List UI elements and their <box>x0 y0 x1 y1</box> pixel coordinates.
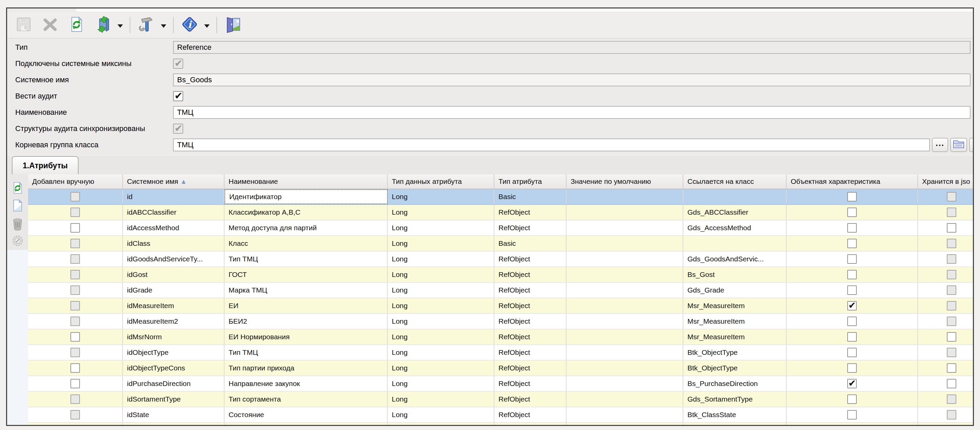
default-value-cell[interactable] <box>566 189 683 204</box>
object-characteristic-checkbox[interactable] <box>847 207 857 217</box>
default-value-cell[interactable] <box>566 283 683 298</box>
ref-class-cell[interactable] <box>683 236 787 251</box>
system-name-cell[interactable]: idABCClassifier <box>123 205 224 220</box>
system-name-cell[interactable]: idState <box>123 407 224 422</box>
system-name-cell[interactable] <box>123 423 224 425</box>
ref-class-cell[interactable]: Msr_MeasureItem <box>683 314 787 329</box>
default-value-cell[interactable] <box>566 314 683 329</box>
caption-cell[interactable]: Тип сортамента <box>224 392 388 407</box>
default-value-cell[interactable] <box>566 252 683 266</box>
column-header[interactable]: Добавлен вручную <box>28 174 123 189</box>
object-characteristic-checkbox[interactable] <box>847 223 857 233</box>
audit-checkbox[interactable] <box>173 91 183 101</box>
table-row[interactable]: idMsrNormЕИ НормированияLongRefObjectMsr… <box>28 330 973 345</box>
data-type-cell[interactable]: Long <box>388 330 495 344</box>
caption-field[interactable]: ТМЦ <box>173 106 970 119</box>
grid-refresh-button[interactable] <box>10 182 25 195</box>
system-name-cell[interactable]: idMeasureItem2 <box>123 314 224 329</box>
system-name-cell[interactable]: idObjectTypeCons <box>123 361 224 376</box>
system-name-cell[interactable]: idMeasureItem <box>123 298 224 313</box>
attr-type-cell[interactable]: Basic <box>495 189 566 204</box>
added-manually-checkbox[interactable] <box>70 223 80 233</box>
system-name-cell[interactable]: idPurchaseDirection <box>123 376 224 391</box>
info-dropdown-caret-icon[interactable] <box>204 24 210 28</box>
stored-in-json-checkbox[interactable] <box>947 332 956 342</box>
ref-class-cell[interactable]: Btk_ClassState <box>683 407 787 422</box>
data-type-cell[interactable]: Long <box>388 376 495 391</box>
default-value-cell[interactable] <box>566 361 683 376</box>
object-characteristic-checkbox[interactable] <box>847 363 857 373</box>
stored-in-json-checkbox[interactable] <box>947 363 956 373</box>
object-characteristic-checkbox[interactable] <box>847 192 857 201</box>
tools-dropdown-caret-icon[interactable] <box>161 24 166 28</box>
grid-delete-row-button[interactable] <box>10 218 25 231</box>
ref-class-cell[interactable]: Msr_MeasureItem <box>683 298 787 313</box>
table-row[interactable]: idABCClassifierКлассификатор A,B,CLongRe… <box>28 205 973 220</box>
table-row[interactable]: idObjectTypeТип ТМЦLongRefObjectBtk_Obje… <box>28 345 973 361</box>
system-name-cell[interactable]: idClass <box>123 236 224 251</box>
column-header[interactable]: Значение по умолчанию <box>566 174 683 189</box>
data-type-cell[interactable] <box>388 423 495 425</box>
ref-class-cell[interactable]: Msr_MeasureItem <box>683 330 787 344</box>
object-characteristic-checkbox[interactable] <box>847 395 857 404</box>
data-type-cell[interactable]: Long <box>388 314 495 329</box>
ref-class-cell[interactable]: Gds_SortamentType <box>683 392 787 407</box>
attr-type-cell[interactable]: RefObject <box>495 361 566 376</box>
tab-attributes[interactable]: 1.Атрибуты <box>12 156 79 174</box>
caption-cell[interactable]: БЕИ2 <box>224 314 388 329</box>
data-type-cell[interactable]: Long <box>388 298 495 313</box>
cancel-button[interactable] <box>41 16 59 34</box>
ref-class-cell[interactable]: Btk_ObjectType <box>683 345 787 360</box>
exit-button[interactable] <box>224 16 242 34</box>
object-characteristic-checkbox[interactable] <box>847 317 857 326</box>
column-header[interactable]: Тип атрибута <box>495 174 566 189</box>
object-characteristic-checkbox[interactable] <box>847 285 857 295</box>
ref-class-cell[interactable]: Gds_ABCClassifier <box>683 205 787 220</box>
caption-cell[interactable]: Идентификатор <box>224 189 388 204</box>
info-button[interactable]: i <box>180 16 199 34</box>
table-row[interactable]: idGradeМарка ТМЦLongRefObjectGds_Grade <box>28 283 973 298</box>
object-characteristic-checkbox[interactable] <box>847 270 857 279</box>
refresh-button[interactable] <box>67 16 86 34</box>
table-row[interactable]: idPurchaseDirectionНаправление закупокLo… <box>28 376 973 392</box>
table-row[interactable]: idGostГОСТLongRefObjectBs_Gost <box>28 267 973 283</box>
object-characteristic-checkbox[interactable] <box>847 348 857 357</box>
data-type-cell[interactable]: Long <box>388 220 495 235</box>
default-value-cell[interactable] <box>566 220 683 235</box>
caption-cell[interactable]: ГОСТ <box>224 267 388 282</box>
table-row[interactable]: idSortamentTypeТип сортаментаLongRefObje… <box>28 392 973 407</box>
object-characteristic-checkbox[interactable] <box>847 379 857 389</box>
data-type-cell[interactable]: Long <box>388 189 495 204</box>
default-value-cell[interactable] <box>566 330 683 344</box>
object-characteristic-checkbox[interactable] <box>847 254 857 264</box>
system-name-cell[interactable]: idAccessMethod <box>123 220 224 235</box>
attr-type-cell[interactable]: RefObject <box>495 345 566 360</box>
default-value-cell[interactable] <box>566 376 683 391</box>
table-row[interactable]: idAccessMethodМетод доступа для партийLo… <box>28 220 973 236</box>
attr-type-cell[interactable]: RefObject <box>495 298 566 313</box>
object-characteristic-checkbox[interactable] <box>847 332 857 342</box>
added-manually-checkbox[interactable] <box>70 363 80 373</box>
caption-cell[interactable]: Тип ТМЦ <box>224 345 388 360</box>
default-value-cell[interactable] <box>566 407 683 422</box>
default-value-cell[interactable] <box>566 345 683 360</box>
export-button[interactable] <box>94 16 112 34</box>
root-group-extra-button[interactable] <box>969 138 974 152</box>
data-type-cell[interactable]: Long <box>388 345 495 360</box>
data-type-cell[interactable]: Long <box>388 205 495 220</box>
type-field[interactable]: Reference <box>173 41 970 54</box>
column-header[interactable]: Системное имя▲ <box>123 174 224 189</box>
system-name-cell[interactable]: id <box>123 189 224 204</box>
default-value-cell[interactable] <box>566 205 683 220</box>
attr-type-cell[interactable]: RefObject <box>495 407 566 422</box>
data-type-cell[interactable]: Long <box>388 267 495 282</box>
data-type-cell[interactable]: Long <box>388 283 495 298</box>
data-type-cell[interactable]: Long <box>388 407 495 422</box>
default-value-cell[interactable] <box>566 298 683 313</box>
attr-type-cell[interactable]: RefObject <box>495 267 566 282</box>
table-row[interactable]: idMeasureItem2БЕИ2LongRefObjectMsr_Measu… <box>28 314 973 330</box>
caption-cell[interactable]: Марка ТМЦ <box>224 283 388 298</box>
attr-type-cell[interactable] <box>495 423 566 425</box>
column-header[interactable]: Объектная характеристика <box>787 174 918 189</box>
system-name-field[interactable]: Bs_Goods <box>173 73 970 86</box>
